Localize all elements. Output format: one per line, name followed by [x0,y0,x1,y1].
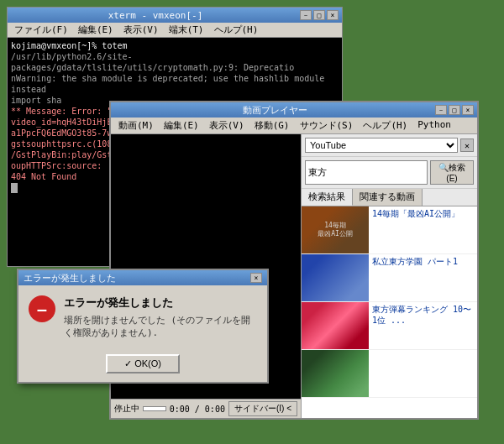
error-message: 場所を開けませんでした (そのファイルを開く権限がありません). [64,314,257,339]
error-icon: — [29,295,55,322]
error-dialog: エラーが発生しました × — エラーが発生しました 場所を開けませんでした (そ… [17,269,269,384]
player-menu-help[interactable]: ヘルプ(H) [359,119,412,132]
error-body: — エラーが発生しました 場所を開けませんでした (そのファイルを開く権限があり… [18,285,267,349]
player-minimize-btn[interactable]: － [435,105,447,115]
terminal-menu-edit[interactable]: 編集(E) [75,24,117,36]
tab-search-results[interactable]: 検索結果 [302,189,353,206]
close-sidebar-btn[interactable]: ✕ [460,138,474,152]
sidebar-toggle-btn[interactable]: サイドバー(I) < [228,401,297,416]
terminal-maximize-btn[interactable]: □ [313,10,325,20]
terminal-menu-file[interactable]: ファイル(F) [11,24,71,36]
terminal-menu-view[interactable]: 表示(V) [120,24,162,36]
sidebar-panel: YouTube ✕ 🔍検索(E) 検索結果 関連する動画 14毎期最凶AI公開 … [301,134,477,418]
result-thumb-2 [302,302,369,349]
error-buttons: ✓ OK(O) [18,349,267,382]
progress-bar[interactable] [143,406,166,411]
result-title-2: 東方弾幕ランキング 10〜1位 ... [372,304,474,326]
search-btn[interactable]: 🔍検索(E) [430,160,474,185]
search-input[interactable] [305,160,428,185]
results-area: 14毎期最凶AI公開 14毎期「最凶AI公開」 私立東方学園 パート1 [302,206,477,418]
result-item-1[interactable]: 私立東方学園 パート1 [302,254,477,302]
ok-button[interactable]: ✓ OK(O) [106,354,180,373]
player-titlebar: 動画プレイヤー － □ × [111,102,477,118]
result-item-3[interactable] [302,350,477,398]
sidebar-top: YouTube ✕ [302,134,477,157]
result-thumb-3 [302,350,369,397]
result-thumb-1 [302,254,369,301]
player-menubar: 動画(M) 編集(E) 表示(V) 移動(G) サウンド(S) ヘルプ(H) P… [111,118,477,134]
stop-label: 停止中 [114,403,139,415]
search-row: 🔍検索(E) [302,157,477,189]
player-win-controls: － □ × [435,105,474,115]
error-text-area: エラーが発生しました 場所を開けませんでした (そのファイルを開く権限がありませ… [64,295,257,339]
terminal-title: xterm - vmxeon[-] [11,10,300,21]
player-menu-view[interactable]: 表示(V) [205,119,249,132]
terminal-titlebar: xterm - vmxeon[-] － □ × [8,8,342,23]
terminal-close-btn[interactable]: × [327,10,339,20]
player-menu-sound[interactable]: サウンド(S) [296,119,358,132]
terminal-line-1: /usr/lib/python2.6/site-packages/gdata/t… [11,51,339,73]
video-controls: 停止中 0:00 / 0:00 サイドバー(I) < [111,399,301,418]
tabs-row: 検索結果 関連する動画 [302,189,477,206]
result-item-2[interactable]: 東方弾幕ランキング 10〜1位 ... [302,302,477,350]
result-info-0: 14毎期「最凶AI公開」 [369,206,477,253]
terminal-line-0: kojima@vmxeon[~]% totem [11,40,339,51]
player-menu-python[interactable]: Python [413,119,455,132]
player-menu-video[interactable]: 動画(M) [114,119,158,132]
player-title: 動画プレイヤー [114,104,435,117]
error-dialog-title: エラーが発生しました [24,272,116,285]
result-thumb-0: 14毎期最凶AI公開 [302,206,369,253]
terminal-menu-terminal[interactable]: 端末(T) [165,24,207,36]
terminal-menu-help[interactable]: ヘルプ(H) [211,24,262,36]
player-menu-edit[interactable]: 編集(E) [160,119,203,132]
error-title-text: エラーが発生しました [64,295,257,311]
terminal-menubar: ファイル(F) 編集(E) 表示(V) 端末(T) ヘルプ(H) [8,23,342,38]
tab-related-videos[interactable]: 関連する動画 [353,189,423,206]
service-select[interactable]: YouTube [305,138,458,153]
error-win-controls: × [250,273,262,283]
error-close-btn[interactable]: × [250,273,262,283]
result-info-2: 東方弾幕ランキング 10〜1位 ... [369,302,477,349]
terminal-win-controls: － □ × [300,10,339,20]
player-maximize-btn[interactable]: □ [449,105,460,115]
result-title-0: 14毎期「最凶AI公開」 [372,208,474,219]
result-info-1: 私立東方学園 パート1 [369,254,477,301]
result-item-0[interactable]: 14毎期最凶AI公開 14毎期「最凶AI公開」 [302,206,477,254]
result-info-3 [369,350,477,397]
player-menu-go[interactable]: 移動(G) [250,119,294,132]
result-title-1: 私立東方学園 パート1 [372,256,474,267]
terminal-minimize-btn[interactable]: － [300,10,312,20]
time-display: 0:00 / 0:00 [170,405,225,414]
terminal-line-2: nWarning: the sha module is deprecated; … [11,73,339,95]
error-titlebar: エラーが発生しました × [18,270,267,285]
player-close-btn[interactable]: × [462,105,474,115]
